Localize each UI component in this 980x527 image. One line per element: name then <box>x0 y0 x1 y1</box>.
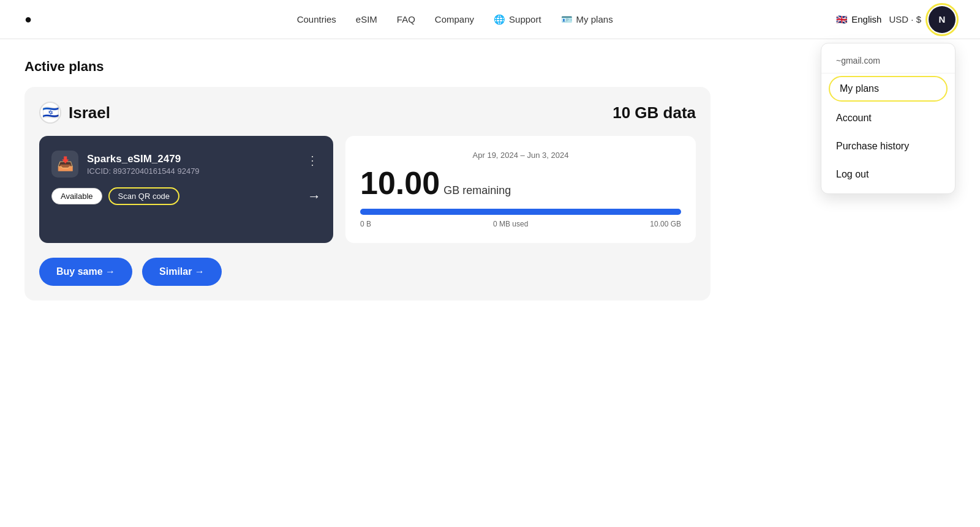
dropdown-email: ~gmail.com <box>821 48 955 73</box>
similar-button[interactable]: Similar → <box>142 258 222 286</box>
data-card: Apr 19, 2024 – Jun 3, 2024 10.00 GB rema… <box>345 136 696 243</box>
dropdown-item-purchase-history[interactable]: Purchase history <box>821 132 955 160</box>
plan-data-label: 10 GB data <box>612 103 696 122</box>
esim-menu-button[interactable]: ⋮ <box>304 151 321 170</box>
buy-same-button[interactable]: Buy same → <box>39 258 132 286</box>
esim-iccid: ICCID: 89372040161544 92479 <box>87 166 200 176</box>
esim-card: 📥 Sparks_eSIM_2479 ICCID: 89372040161544… <box>39 136 333 243</box>
esim-download-icon: 📥 <box>51 151 78 178</box>
main-content: Active plans 🇮🇱 Israel 10 GB data 📥 Spar… <box>0 39 735 320</box>
plan-card: 🇮🇱 Israel 10 GB data 📥 Sparks_eSIM_2479 … <box>24 87 710 301</box>
data-remaining-value: 10.00 <box>360 165 440 201</box>
card-icon: 🪪 <box>561 14 573 25</box>
plan-title: 🇮🇱 Israel <box>39 102 110 124</box>
data-amount: 10.00 GB remaining <box>360 165 681 201</box>
esim-details: Sparks_eSIM_2479 ICCID: 89372040161544 9… <box>87 153 200 176</box>
data-label-start: 0 B <box>360 220 371 228</box>
dropdown-item-logout[interactable]: Log out <box>821 160 955 189</box>
esim-actions: Available Scan QR code → <box>51 187 321 205</box>
data-date-range: Apr 19, 2024 – Jun 3, 2024 <box>360 151 681 160</box>
currency-selector[interactable]: USD · $ <box>889 14 921 24</box>
esim-top: 📥 Sparks_eSIM_2479 ICCID: 89372040161544… <box>51 151 321 178</box>
user-avatar-button[interactable]: N <box>929 6 956 33</box>
nav-item-faq[interactable]: FAQ <box>397 14 415 24</box>
logo: ● <box>24 12 74 26</box>
esim-buttons: Available Scan QR code <box>51 187 179 205</box>
data-progress-bar <box>360 209 681 215</box>
plan-footer: Buy same → Similar → <box>39 258 696 286</box>
dropdown-item-my-plans[interactable]: My plans <box>829 76 948 102</box>
esim-name: Sparks_eSIM_2479 <box>87 153 200 165</box>
plan-body: 📥 Sparks_eSIM_2479 ICCID: 89372040161544… <box>39 136 696 243</box>
data-labels: 0 B 0 MB used 10.00 GB <box>360 220 681 228</box>
globe-icon: 🌐 <box>494 14 505 25</box>
nav-item-countries[interactable]: Countries <box>297 14 336 24</box>
dropdown-item-account[interactable]: Account <box>821 104 955 132</box>
country-name: Israel <box>69 103 110 122</box>
main-nav: Countries eSIM FAQ Company 🌐 Support 🪪 M… <box>297 14 613 25</box>
plan-header: 🇮🇱 Israel 10 GB data <box>39 102 696 124</box>
header: ● Countries eSIM FAQ Company 🌐 Support 🪪… <box>0 0 980 39</box>
scan-qr-button[interactable]: Scan QR code <box>108 187 180 205</box>
data-remaining-unit: GB remaining <box>443 184 511 197</box>
esim-arrow-button[interactable]: → <box>307 189 321 204</box>
language-selector[interactable]: 🇬🇧 English <box>836 14 881 25</box>
nav-item-company[interactable]: Company <box>435 14 474 24</box>
data-label-end: 10.00 GB <box>650 220 681 228</box>
flag-icon: 🇬🇧 <box>836 14 848 25</box>
language-label: English <box>851 14 881 24</box>
user-dropdown-menu: ~gmail.com My plans Account Purchase his… <box>821 43 956 194</box>
data-label-used: 0 MB used <box>493 220 528 228</box>
available-button[interactable]: Available <box>51 188 102 204</box>
nav-item-support[interactable]: 🌐 Support <box>494 14 541 25</box>
header-right: 🇬🇧 English USD · $ N ~gmail.com My plans… <box>836 6 956 33</box>
nav-item-myplans[interactable]: 🪪 My plans <box>561 14 613 25</box>
country-flag: 🇮🇱 <box>39 102 61 124</box>
nav-item-esim[interactable]: eSIM <box>356 14 377 24</box>
esim-info: 📥 Sparks_eSIM_2479 ICCID: 89372040161544… <box>51 151 200 178</box>
section-title: Active plans <box>24 59 710 75</box>
